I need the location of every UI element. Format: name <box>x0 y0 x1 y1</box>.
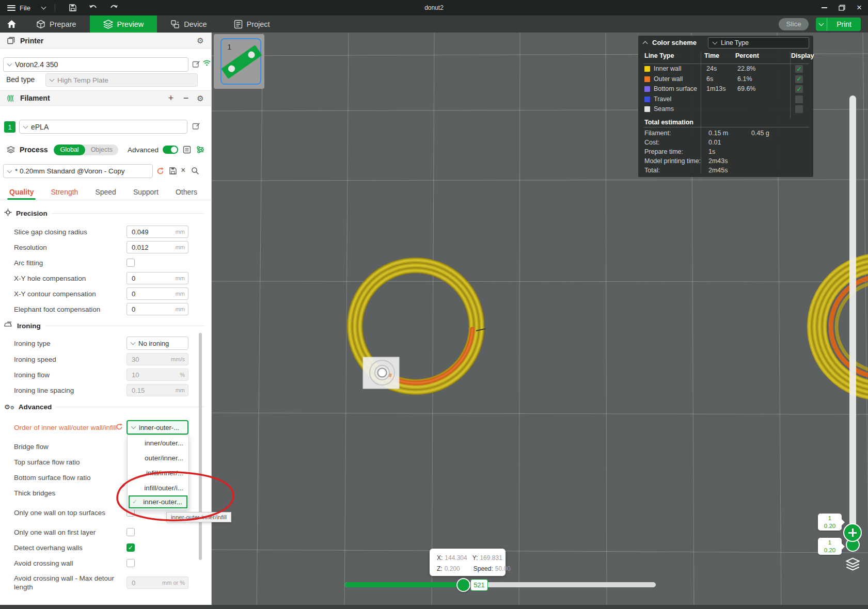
setting-control: 10% <box>127 368 188 381</box>
setting-input[interactable]: 0mm <box>127 303 188 315</box>
wifi-icon[interactable] <box>202 59 211 69</box>
dropdown-option[interactable]: infill/inner/... <box>128 466 188 480</box>
setting-unit: % <box>180 372 185 378</box>
estimation-row: Model printing time:2m43s <box>638 157 813 166</box>
dropdown-option[interactable]: inner/outer... <box>128 436 188 451</box>
setting-label: X-Y hole compensation <box>14 274 127 283</box>
collapse-chevron-icon[interactable] <box>643 41 648 46</box>
print-button[interactable]: Print <box>816 18 861 31</box>
setting-value: 0.012 <box>132 244 176 251</box>
display-checkbox[interactable]: ✓ <box>795 65 803 73</box>
tab-device[interactable]: Device <box>157 15 220 33</box>
setting-input[interactable]: 0.049mm <box>127 226 188 238</box>
file-menu-chevron-icon[interactable] <box>41 5 46 10</box>
advanced-toggle[interactable] <box>163 146 178 154</box>
setting-checkbox[interactable]: ✓ <box>127 259 135 267</box>
process-params-icon[interactable] <box>196 145 205 154</box>
printer-edit-icon[interactable] <box>192 60 200 70</box>
tab-prepare[interactable]: Prepare <box>23 15 90 33</box>
setting-unit: mm <box>176 306 185 312</box>
process-preset-select[interactable]: * 0.20mm Standard @Voron - Copy <box>3 164 153 178</box>
tab-project[interactable]: Project <box>220 15 283 33</box>
setting-input[interactable]: 0mm <box>127 272 188 284</box>
redo-icon[interactable] <box>109 3 119 12</box>
filament-slot-badge: 1 <box>4 121 15 133</box>
setting-checkbox[interactable]: ✓ <box>127 528 135 536</box>
display-checkbox[interactable]: ✓ <box>795 105 803 113</box>
setting-input[interactable]: 0.15mm <box>127 384 188 396</box>
undo-icon[interactable] <box>89 3 98 12</box>
setting-value: 0 <box>132 275 176 282</box>
window-bottom-edge <box>0 605 868 609</box>
setting-control: 0mm <box>127 272 188 284</box>
setting-input[interactable]: 30mm/s <box>127 353 188 365</box>
move-slider-thumb[interactable] <box>456 578 470 592</box>
dropdown-option[interactable]: ✓inner-outer... <box>129 495 187 508</box>
setting-select[interactable]: inner-outer-... <box>127 420 188 435</box>
line-type-percent: 69.6% <box>737 85 755 92</box>
remove-filament-button[interactable]: − <box>181 93 191 104</box>
print-options-chevron-icon[interactable] <box>816 18 827 31</box>
layer-slider-upper-thumb[interactable] <box>843 523 862 542</box>
setting-control: 0.049mm <box>127 226 188 238</box>
view-mode-select[interactable]: Line Type <box>708 37 809 49</box>
add-filament-button[interactable]: + <box>166 93 176 104</box>
preset-save-icon[interactable] <box>169 167 177 177</box>
home-button[interactable] <box>0 20 23 28</box>
setting-select[interactable]: No ironing <box>127 336 188 350</box>
scope-objects[interactable]: Objects <box>85 146 118 153</box>
tab-quality[interactable]: Quality <box>9 188 34 196</box>
scope-global[interactable]: Global <box>54 145 85 155</box>
preset-list-icon[interactable] <box>182 145 192 154</box>
minimize-button[interactable] <box>815 0 833 15</box>
filament-select[interactable]: ePLA <box>19 120 187 134</box>
display-checkbox[interactable]: ✓ <box>795 85 803 93</box>
settings-scrollbar[interactable] <box>199 333 202 560</box>
move-slider-track[interactable] <box>345 582 656 587</box>
save-icon[interactable] <box>68 3 77 12</box>
layers-view-icon[interactable] <box>846 557 860 573</box>
setting-label: Detect overhang walls <box>14 543 127 552</box>
dropdown-option[interactable]: infill/outer/i... <box>128 480 188 495</box>
setting-input[interactable]: 0mm <box>127 287 188 300</box>
tab-others[interactable]: Others <box>176 188 197 196</box>
dropdown-option[interactable]: outer/inner... <box>128 451 188 466</box>
printer-section-header: Printer ⚙ <box>0 33 211 49</box>
cube-icon <box>36 20 45 29</box>
plate-thumbnail[interactable]: 1 <box>220 38 261 85</box>
setting-label: Ironing type <box>14 339 127 348</box>
file-menu[interactable]: File <box>20 4 30 12</box>
preset-search-icon[interactable] <box>191 167 199 177</box>
preset-delete-icon[interactable]: × <box>181 166 185 175</box>
layer-slider-track[interactable] <box>849 95 856 537</box>
display-checkbox[interactable]: ✓ <box>795 75 803 83</box>
tab-speed[interactable]: Speed <box>95 188 116 196</box>
tab-strength[interactable]: Strength <box>51 188 78 196</box>
filament-spool-icon <box>6 93 15 103</box>
filament-edit-icon[interactable] <box>192 122 200 132</box>
setting-checkbox[interactable]: ✓ <box>127 559 135 567</box>
printer-settings-gear-icon[interactable]: ⚙ <box>196 36 205 45</box>
display-checkbox[interactable]: ✓ <box>795 95 803 103</box>
tab-preview[interactable]: Preview <box>90 15 157 33</box>
setting-checkbox[interactable]: ✓ <box>127 543 135 552</box>
estimation-label: Prepare time: <box>644 148 683 155</box>
reset-icon[interactable] <box>115 423 123 431</box>
setting-value: 10 <box>132 371 180 379</box>
hamburger-menu-icon[interactable] <box>7 5 15 11</box>
close-button[interactable]: × <box>850 0 868 15</box>
maximize-button[interactable] <box>833 0 850 15</box>
filament-settings-gear-icon[interactable]: ⚙ <box>196 93 205 103</box>
tab-support[interactable]: Support <box>133 188 159 196</box>
printer-select[interactable]: Voron2.4 350 <box>3 57 188 72</box>
setting-input[interactable]: 0.012mm <box>127 241 188 253</box>
process-tabs: Quality Strength Speed Support Others <box>0 184 211 200</box>
setting-input[interactable]: 0mm or % <box>127 576 188 589</box>
setting-input[interactable]: 10% <box>127 368 188 381</box>
bed-type-select[interactable]: High Temp Plate <box>45 73 198 87</box>
preset-reset-icon[interactable] <box>156 167 165 178</box>
process-scope-switch[interactable]: Global Objects <box>54 145 118 155</box>
setting-value: 0 <box>132 306 176 313</box>
setting-label: Only one wall on first layer <box>14 528 127 537</box>
slice-button[interactable]: Slice <box>779 18 809 30</box>
